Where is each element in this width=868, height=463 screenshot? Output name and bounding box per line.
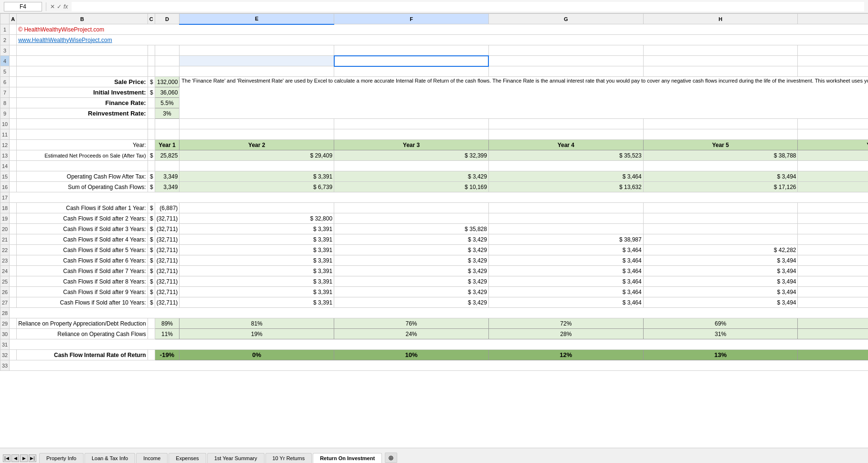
cell-c15[interactable]: $ [148,171,155,182]
cell-e18[interactable] [180,203,334,213]
cell-cf2-v1[interactable]: (32,711) [155,213,180,224]
cell-cf4-v2[interactable]: $ 3,391 [180,234,334,245]
cell-cf6-v2[interactable]: $ 3,391 [180,255,334,266]
cell-g5[interactable] [488,66,643,77]
cell-cf9-v1[interactable]: (32,711) [155,287,180,297]
name-box[interactable] [4,2,42,11]
cell-g14[interactable] [488,161,643,171]
cell-year3-header[interactable]: Year 3 [334,140,489,150]
cell-opcf-y1[interactable]: 3,349 [155,171,180,182]
cell-cf10-v1[interactable]: (32,711) [155,297,180,308]
cell-cf10-v5[interactable]: $ 3,494 [643,297,798,308]
cell-i11[interactable] [643,129,798,140]
cell-cf10-label[interactable]: Cash Flows if Sold after 10 Years: [17,297,148,308]
col-header-e[interactable]: E [180,14,334,24]
cell-cf9-v6[interactable]: $ 3,519 [798,287,868,297]
cell-f3[interactable] [334,45,489,56]
cell-sumcf-y5[interactable]: $ 17,126 [643,182,798,192]
cell-c13[interactable]: $ [148,150,155,161]
cell-sumcf-y2[interactable]: $ 6,739 [180,182,334,192]
cell-cf8-label[interactable]: Cash Flows if Sold after 8 Years: [17,276,148,287]
sheet-nav-first-btn[interactable]: |◀ [3,454,11,462]
cell-sale-price-label[interactable]: Sale Price: [17,77,148,87]
cell-a1[interactable] [10,24,17,35]
add-sheet-btn[interactable]: ⊕ [385,452,397,463]
cell-f14[interactable] [334,161,489,171]
col-header-f[interactable]: F [334,14,489,24]
cell-irr-y4[interactable]: 12% [488,350,643,360]
cell-sale-price-value[interactable]: 132,000 [155,77,180,87]
cell-d5[interactable] [155,66,180,77]
cell-a8[interactable] [10,98,17,108]
cell-sumcf-y6[interactable]: $ 20,645 [798,182,868,192]
cell-b3[interactable] [17,45,148,56]
cell-c18[interactable]: $ [148,203,155,213]
cell-cf9-v2[interactable]: $ 3,391 [180,287,334,297]
cell-c4[interactable] [148,56,155,66]
cell-a32[interactable] [10,350,17,360]
cell-g20[interactable] [488,224,643,234]
cell-irr-y6[interactable]: 13% [798,350,868,360]
cell-cf8-v2[interactable]: $ 3,391 [180,276,334,287]
cell-a18[interactable] [10,203,17,213]
cell-c16[interactable]: $ [148,182,155,192]
cell-finance-rate-label[interactable]: Finance Rate: [17,98,148,108]
cell-a19[interactable] [10,213,17,224]
cell-h3[interactable] [643,45,798,56]
cell-c23[interactable]: $ [148,255,155,266]
cell-year2-header[interactable]: Year 2 [180,140,334,150]
cell-c14[interactable] [148,161,155,171]
cell-year1-header[interactable]: Year 1 [155,140,180,150]
cell-a29[interactable] [10,318,17,329]
cell-i18[interactable] [798,203,868,213]
col-header-g[interactable]: G [488,14,643,24]
cell-h10[interactable] [643,119,798,129]
cell-opcf-y3[interactable]: $ 3,429 [334,171,489,182]
cell-c8[interactable] [148,98,155,108]
cell-a7[interactable] [10,87,17,98]
cell-h4[interactable] [643,56,798,66]
cell-i3[interactable] [798,45,868,56]
cell-irr-label[interactable]: Cash Flow Internal Rate of Return [17,350,148,360]
cell-sumcf-y1[interactable]: 3,349 [155,182,180,192]
cell-a21[interactable] [10,234,17,245]
cell-opcf-y5[interactable]: $ 3,494 [643,171,798,182]
cell-rel-prop-y6[interactable]: 67% [798,318,868,329]
cell-rel-prop-y2[interactable]: 81% [180,318,334,329]
cell-c29[interactable] [148,318,155,329]
cell-c27[interactable]: $ [148,297,155,308]
cell-i21[interactable] [798,234,868,245]
cell-f19[interactable] [334,213,489,224]
cell-cf8-v4[interactable]: $ 3,464 [488,276,643,287]
cell-c20[interactable]: $ [148,224,155,234]
cell-b4[interactable] [17,56,148,66]
cell-c24[interactable]: $ [148,266,155,276]
cell-h11[interactable] [488,129,643,140]
cell-h20[interactable] [643,224,798,234]
cell-cf7-v4[interactable]: $ 3,464 [488,266,643,276]
cell-a5[interactable] [10,66,17,77]
cell-i14[interactable] [798,161,868,171]
cell-np-y1[interactable]: 25,825 [155,150,180,161]
cell-c9[interactable] [148,108,155,119]
cell-i19[interactable] [798,213,868,224]
cell-a15[interactable] [10,171,17,182]
cell-initial-inv-label[interactable]: Initial Investment: [17,87,148,98]
cell-g4[interactable] [488,56,643,66]
cell-a2[interactable] [10,35,17,45]
cell-i22[interactable] [798,245,868,255]
cell-f4-selected[interactable] [334,56,489,66]
cell-b10[interactable] [17,119,148,129]
cell-cf5-label[interactable]: Cash Flows if Sold after 5 Years: [17,245,148,255]
cell-cf8-v1[interactable]: (32,711) [155,276,180,287]
cell-rel-prop-y3[interactable]: 76% [334,318,489,329]
cell-cf8-v6[interactable]: $ 3,519 [798,276,868,287]
cell-cf6-v5[interactable]: $ 3,494 [643,255,798,266]
cell-f11[interactable] [180,129,334,140]
cell-c5[interactable] [148,66,155,77]
cell-cf6-v6[interactable]: $ 45,720 [798,255,868,266]
tab-income[interactable]: Income [136,453,168,463]
cell-h21[interactable] [643,234,798,245]
cell-np-y3[interactable]: $ 32,399 [334,150,489,161]
cell-irr-y3[interactable]: 10% [334,350,489,360]
